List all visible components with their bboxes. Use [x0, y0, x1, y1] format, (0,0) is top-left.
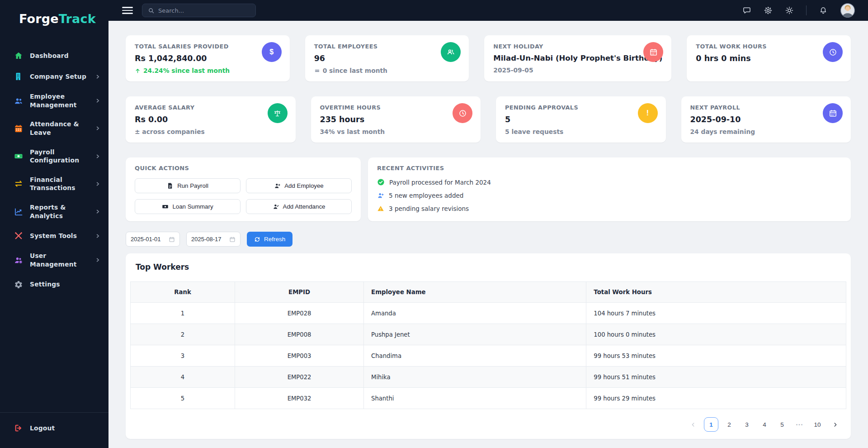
button-label: Add Employee: [284, 182, 323, 189]
sun-icon[interactable]: [785, 6, 794, 15]
money-icon: [162, 203, 169, 210]
dollar-icon: $: [262, 42, 282, 62]
sidebar-item-financial-transactions[interactable]: Financial Transactions: [9, 172, 103, 196]
cell-hours: 100 hours 0 minutes: [586, 324, 846, 345]
hamburger-menu-icon[interactable]: [122, 7, 133, 14]
activity-text: Payroll processed for March 2024: [389, 179, 491, 186]
sidebar-item-user-management[interactable]: User Management: [9, 248, 103, 272]
pagination-next-icon[interactable]: [828, 418, 842, 431]
pagination: 1 2 3 4 5 ••• 10: [130, 417, 846, 432]
cell-name: Pushpa Jenet: [364, 324, 586, 345]
start-date-value: 2025-01-01: [131, 236, 161, 243]
pagination-page[interactable]: 10: [811, 418, 824, 431]
gear-icon[interactable]: [764, 6, 773, 15]
cell-rank: 5: [131, 388, 235, 409]
add-attendance-button[interactable]: Add Attendance: [246, 199, 352, 214]
pagination-prev-icon[interactable]: [686, 418, 700, 431]
calendar-icon: [229, 236, 236, 243]
button-label: Run Payroll: [177, 182, 208, 189]
stat-card-average-salary: AVERAGE SALARY Rs 0.00 ± across companie…: [126, 96, 296, 143]
pagination-page[interactable]: 5: [775, 418, 789, 431]
cell-name: Chandima: [364, 345, 586, 367]
chevron-right-icon: [95, 209, 100, 214]
sidebar-item-company-setup[interactable]: Company Setup: [9, 67, 103, 86]
stat-card-pending-approvals: PENDING APPROVALS 5 5 leave requests !: [496, 96, 666, 143]
stat-sub-text: 5 leave requests: [505, 128, 563, 135]
sidebar-item-attendance-leave[interactable]: Attendance & Leave: [9, 116, 103, 141]
sidebar-item-label: Employee Management: [30, 92, 89, 109]
cell-rank: 2: [131, 324, 235, 345]
chevron-right-icon: [95, 154, 100, 159]
sidebar-item-dashboard[interactable]: Dashboard: [9, 47, 103, 65]
add-employee-button[interactable]: Add Employee: [246, 178, 352, 193]
quick-actions-panel: QUICK ACTIONS Run Payroll Add Employee L…: [126, 157, 361, 221]
stat-value: 5: [505, 115, 657, 124]
stat-sub-text: 24 days remaining: [690, 128, 755, 135]
sidebar-item-label: Payroll Configuration: [30, 148, 89, 165]
pagination-page[interactable]: 1: [704, 417, 718, 432]
up-arrow-icon: [135, 68, 141, 74]
sidebar-footer: Logout: [0, 412, 108, 448]
sidebar-item-label: User Management: [30, 252, 89, 268]
sidebar-item-payroll-configuration[interactable]: Payroll Configuration: [9, 144, 103, 169]
table-row: 5 EMP032 Shanthi 99 hours 29 minutes: [131, 388, 846, 409]
sidebar-menu: Dashboard Company Setup Employee Managem…: [0, 47, 108, 294]
activity-text: 5 new employees added: [389, 192, 463, 199]
logo-primary: Forge: [19, 12, 59, 26]
dashboard-content: TOTAL SALARIES PROVIDED Rs 1,042,840.00 …: [108, 21, 868, 448]
clock-icon: [453, 103, 472, 123]
search-box[interactable]: [142, 4, 256, 17]
start-date-input[interactable]: 2025-01-01: [126, 232, 180, 247]
sidebar-item-system-tools[interactable]: System Tools: [9, 227, 103, 245]
stat-card-overtime-hours: OVERTIME HOURS 235 hours 34% vs last mon…: [311, 96, 481, 143]
sidebar-item-label: System Tools: [30, 232, 77, 240]
document-icon: [167, 182, 174, 189]
stat-sub-text: ± across companies: [135, 128, 205, 135]
stat-card-total-salaries: TOTAL SALARIES PROVIDED Rs 1,042,840.00 …: [126, 35, 290, 81]
run-payroll-button[interactable]: Run Payroll: [135, 178, 241, 193]
pagination-page[interactable]: 2: [722, 418, 736, 431]
stat-sub-text: 34% vs last month: [320, 128, 385, 135]
stat-label: TOTAL WORK HOURS: [696, 43, 842, 50]
bell-icon[interactable]: [819, 6, 828, 15]
avatar[interactable]: [840, 3, 855, 18]
sidebar-item-reports-analytics[interactable]: Reports & Analytics: [9, 199, 103, 224]
refresh-button[interactable]: Refresh: [247, 232, 292, 247]
cell-empid: EMP022: [235, 367, 364, 388]
filter-row: 2025-01-01 2025-08-17 Refresh: [126, 232, 851, 247]
sidebar-item-settings[interactable]: Settings: [9, 276, 103, 294]
tools-icon: [14, 231, 24, 241]
pagination-page[interactable]: 3: [740, 418, 754, 431]
user-gear-icon: [14, 255, 24, 265]
search-input[interactable]: [158, 7, 250, 14]
quick-actions-title: QUICK ACTIONS: [135, 165, 352, 172]
stat-value: 0 hrs 0 mins: [696, 54, 842, 63]
table-row: 4 EMP022 Mihika 99 hours 51 minutes: [131, 367, 846, 388]
user-plus-icon: [377, 192, 384, 199]
people-icon: [441, 42, 461, 62]
topbar: [108, 0, 868, 21]
loan-summary-button[interactable]: Loan Summary: [135, 199, 241, 214]
recent-activities-title: RECENT ACTIVITIES: [377, 165, 842, 172]
calendar-icon: [169, 236, 175, 243]
check-circle-icon: [377, 178, 385, 186]
gear-icon: [14, 280, 24, 290]
end-date-input[interactable]: 2025-08-17: [186, 232, 241, 247]
pagination-page[interactable]: 4: [758, 418, 771, 431]
users-icon: [14, 96, 24, 106]
stat-card-total-employees: TOTAL EMPLOYEES 96 0 since last month: [305, 35, 469, 81]
refresh-label: Refresh: [264, 236, 285, 243]
topbar-actions: [742, 3, 855, 18]
sidebar-item-employee-management[interactable]: Employee Management: [9, 88, 103, 113]
table-row: 3 EMP003 Chandima 99 hours 53 minutes: [131, 345, 846, 367]
logout-label: Logout: [30, 424, 55, 433]
chevron-right-icon: [95, 98, 100, 103]
stat-sub-text: 2025-09-05: [493, 67, 533, 74]
activity-text: 3 pending salary revisions: [389, 205, 469, 212]
logout-button[interactable]: Logout: [9, 419, 103, 437]
equals-icon: [314, 68, 320, 74]
sidebar-item-label: Attendance & Leave: [30, 120, 89, 137]
chat-icon[interactable]: [742, 6, 751, 15]
table-row: 1 EMP028 Amanda 104 hours 7 minutes: [131, 303, 846, 324]
cell-hours: 104 hours 7 minutes: [586, 303, 846, 324]
